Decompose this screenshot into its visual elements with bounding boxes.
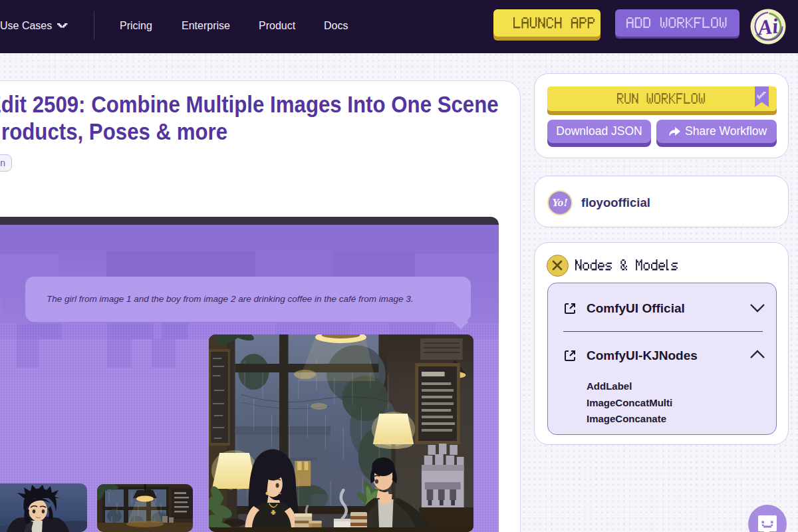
svg-text:Ai: Ai (755, 14, 779, 40)
